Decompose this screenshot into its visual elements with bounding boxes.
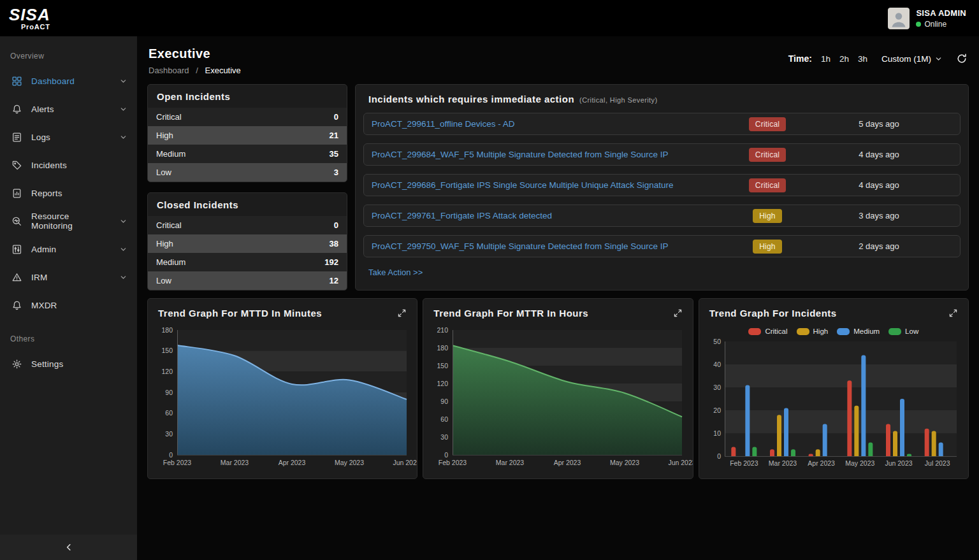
custom-range-dropdown[interactable]: Custom (1M): [881, 54, 942, 64]
severity-count: 3: [334, 168, 338, 177]
sidebar-collapse-button[interactable]: [0, 535, 137, 560]
chevron-down-icon: [120, 134, 127, 141]
svg-text:May 2023: May 2023: [610, 459, 639, 466]
summary-row-high: High21: [148, 126, 347, 145]
sidebar-item-settings[interactable]: Settings: [0, 350, 137, 378]
severity-badge: High: [753, 240, 781, 254]
svg-text:Jun 2023: Jun 2023: [885, 459, 912, 467]
monitor-icon: [10, 215, 23, 227]
sidebar-item-label: Logs: [31, 133, 50, 142]
gear-icon: [10, 357, 23, 370]
svg-text:Mar 2023: Mar 2023: [221, 459, 249, 466]
incident-row: ProACT_299750_WAF_F5 Multiple Signature …: [363, 235, 961, 257]
custom-range-label: Custom (1M): [881, 54, 931, 64]
legend-item-high: High: [797, 327, 829, 335]
severity-badge: Critical: [749, 148, 786, 162]
svg-text:Mar 2023: Mar 2023: [768, 459, 797, 467]
svg-text:30: 30: [165, 430, 173, 438]
sidebar-item-logs[interactable]: Logs: [0, 123, 137, 151]
open-incidents-rows: Critical0High21Medium35Low3: [148, 108, 347, 182]
svg-text:0: 0: [717, 452, 721, 460]
chevron-down-icon: [935, 55, 942, 62]
time-option-3h[interactable]: 3h: [858, 54, 867, 64]
sidebar-item-alerts[interactable]: Alerts: [0, 95, 137, 123]
svg-text:60: 60: [165, 409, 173, 417]
time-option-2h[interactable]: 2h: [839, 54, 849, 64]
expand-icon[interactable]: [397, 308, 407, 318]
svg-text:150: 150: [161, 347, 173, 354]
sidebar-item-mxdr[interactable]: MXDR: [0, 291, 137, 319]
expand-icon[interactable]: [673, 308, 683, 318]
breadcrumb-dashboard[interactable]: Dashboard: [149, 66, 189, 75]
summary-row-low: Low12: [148, 271, 347, 290]
sidebar-section-overview: Overview: [0, 36, 137, 67]
svg-text:May 2023: May 2023: [845, 459, 874, 467]
sidebar-item-label: Resource Monitoring: [31, 212, 112, 231]
svg-text:90: 90: [441, 398, 449, 405]
incident-link[interactable]: ProACT_299686_Fortigate IPS Single Sourc…: [372, 180, 729, 190]
bell-icon: [10, 103, 23, 115]
severity-label: High: [156, 131, 173, 140]
legend-label: Critical: [765, 327, 787, 335]
summary-row-critical: Critical0: [148, 216, 347, 234]
incident-row: ProACT_299684_WAF_F5 Multiple Signature …: [363, 143, 961, 166]
sidebar-item-admin[interactable]: Admin: [0, 235, 137, 263]
take-action-link[interactable]: Take Action >>: [368, 268, 423, 277]
severity-count: 0: [334, 112, 338, 122]
sidebar-item-incidents[interactable]: Incidents: [0, 151, 137, 179]
summary-row-medium: Medium35: [148, 145, 347, 163]
closed-incidents-rows: Critical0High38Medium192Low12: [148, 216, 347, 290]
svg-text:May 2023: May 2023: [335, 459, 364, 466]
svg-text:30: 30: [713, 384, 721, 391]
summary-column: Open Incidents Critical0High21Medium35Lo…: [147, 84, 347, 291]
mttd-chart-header: Trend Graph For MTTD In Minutes: [156, 306, 409, 325]
severity-badge-column: Critical: [729, 178, 806, 192]
severity-badge: High: [753, 209, 781, 223]
immediate-action-title: Incidents which requires immediate actio…: [368, 94, 574, 104]
svg-text:180: 180: [437, 344, 449, 352]
incident-link[interactable]: ProACT_299611_offline Devices - AD: [372, 119, 729, 129]
sidebar-item-dashboard[interactable]: Dashboard: [0, 67, 137, 95]
incident-row: ProACT_299761_Fortigate IPS Attack detec…: [363, 205, 961, 227]
chevron-left-icon: [64, 543, 73, 552]
legend-item-critical: Critical: [748, 327, 787, 335]
time-option-1h[interactable]: 1h: [821, 54, 830, 64]
user-menu[interactable]: SISA ADMIN Online: [888, 8, 966, 29]
severity-label: High: [156, 239, 173, 248]
immediate-action-subtitle: (Critical, High Severity): [579, 96, 657, 104]
incident-link[interactable]: ProACT_299684_WAF_F5 Multiple Signature …: [372, 150, 729, 159]
avatar: [888, 8, 910, 29]
mttr-chart-card: Trend Graph For MTTR In Hours 2101801501…: [423, 298, 693, 479]
svg-text:Jun 2023: Jun 2023: [393, 459, 417, 466]
severity-count: 0: [334, 220, 338, 230]
sidebar-item-reports[interactable]: Reports: [0, 179, 137, 207]
mttd-chart: 1801501209060300Feb 2023Mar 2023Apr 2023…: [156, 325, 409, 471]
sidebar-nav: DashboardAlertsLogsIncidentsReportsResou…: [0, 67, 137, 319]
incident-age: 2 days ago: [806, 241, 952, 251]
expand-icon[interactable]: [948, 308, 958, 318]
sidebar-item-irm[interactable]: IRM: [0, 263, 137, 291]
incidents-chart-card: Trend Graph For Incidents CriticalHighMe…: [699, 298, 969, 479]
refresh-button[interactable]: [956, 53, 968, 64]
svg-text:Apr 2023: Apr 2023: [554, 459, 581, 466]
mttr-chart: 2101801501209060300Feb 2023Mar 2023Apr 2…: [431, 325, 685, 471]
sidebar-item-resource-monitoring[interactable]: Resource Monitoring: [0, 207, 137, 235]
incident-link[interactable]: ProACT_299761_Fortigate IPS Attack detec…: [372, 211, 729, 220]
svg-text:0: 0: [169, 451, 173, 459]
chevron-down-icon: [120, 274, 127, 281]
svg-text:150: 150: [437, 362, 449, 370]
legend-swatch: [797, 328, 809, 335]
incident-link[interactable]: ProACT_299750_WAF_F5 Multiple Signature …: [372, 241, 729, 251]
incident-row: ProACT_299686_Fortigate IPS Single Sourc…: [363, 174, 961, 196]
admin-icon: [10, 243, 23, 255]
legend-item-low: Low: [888, 327, 918, 335]
incidents-chart: Feb 2023Mar 2023Apr 2023May 2023Jun 2023…: [707, 339, 961, 471]
sidebar-item-label: Alerts: [31, 104, 54, 114]
severity-label: Critical: [156, 220, 182, 230]
svg-text:Feb 2023: Feb 2023: [439, 459, 467, 466]
severity-badge: Critical: [749, 178, 786, 192]
incident-age: 4 days ago: [806, 150, 952, 159]
user-name: SISA ADMIN: [916, 8, 966, 18]
chart-legend: CriticalHighMediumLow: [707, 325, 961, 338]
svg-text:Feb 2023: Feb 2023: [163, 459, 192, 466]
